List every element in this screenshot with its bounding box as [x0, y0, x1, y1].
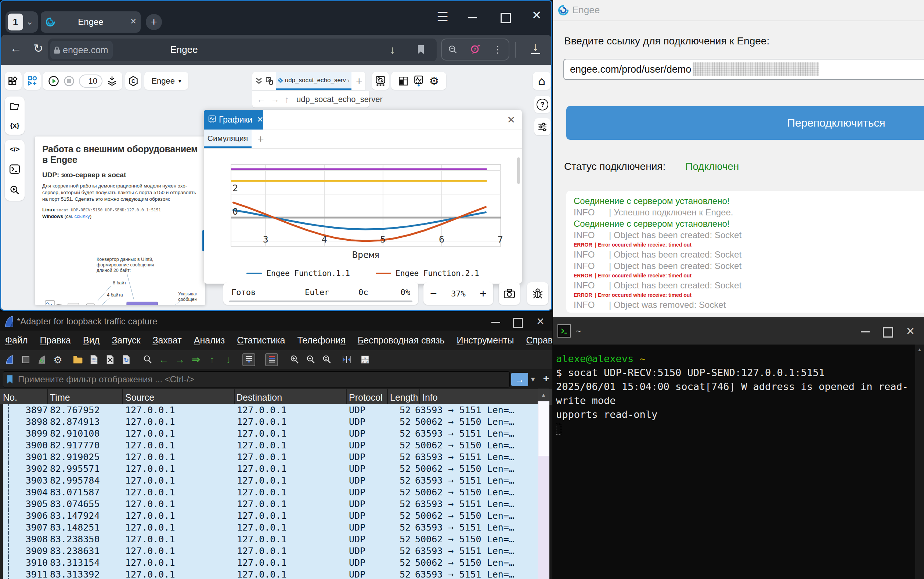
address-bar[interactable]: engee.com Engee ↓ — [48, 39, 437, 61]
column-header[interactable]: Destination — [236, 392, 282, 403]
open-file-icon[interactable] — [73, 355, 83, 365]
column-separator[interactable] — [419, 389, 420, 405]
column-header[interactable]: Info — [422, 392, 438, 403]
find-packet-icon[interactable] — [143, 355, 153, 365]
sim-time-input[interactable] — [79, 75, 102, 88]
column-separator[interactable] — [47, 389, 48, 405]
model-browser-icon[interactable] — [266, 77, 274, 85]
plots-tab-close-icon[interactable]: ✕ — [257, 115, 263, 124]
maximize-icon[interactable] — [883, 327, 893, 338]
url-chip[interactable]: engee.com — [50, 41, 113, 59]
scroll-up-icon[interactable]: ▲ — [915, 347, 924, 352]
scope-views-wrap[interactable] — [414, 75, 423, 87]
ai-assistant-icon[interactable]: ? ✦ — [470, 44, 480, 55]
settings-gear-icon[interactable]: ⚙ — [429, 75, 439, 87]
column-header[interactable]: No. — [3, 392, 17, 403]
debug-button[interactable] — [527, 282, 548, 305]
add-plot-tab-button[interactable]: + — [258, 133, 264, 145]
zoom-out-page-icon[interactable] — [448, 45, 458, 54]
block-library-button[interactable] — [5, 72, 22, 90]
display-filter-input[interactable]: Примените фильтр отображения ... <Ctrl-/… — [3, 371, 510, 388]
find-in-model-icon[interactable] — [10, 185, 20, 195]
windows-link[interactable]: ссылку — [75, 214, 90, 219]
maximize-icon[interactable] — [501, 13, 511, 23]
code-generation-button[interactable]: C — [125, 72, 141, 90]
solver-dropdown[interactable]: Engee ▾ — [144, 72, 189, 90]
resize-columns-icon[interactable] — [341, 355, 351, 365]
packet-row[interactable]: 389882.874913127.0.0.1127.0.0.1UDP525006… — [3, 416, 538, 427]
filter-dropdown-icon[interactable]: ▼ — [530, 376, 536, 383]
go-last-packet-icon[interactable]: ↓ — [223, 355, 233, 365]
connect-url-input[interactable]: engee.com/prod/user/demo — [563, 59, 924, 80]
plots-window-tab[interactable]: Графики ✕ — [204, 110, 263, 129]
start-capture-icon[interactable] — [4, 355, 14, 365]
browser-tab[interactable]: Engee × — [41, 11, 141, 33]
help-button[interactable]: ? — [534, 96, 550, 113]
auto-scroll-toggle-icon[interactable] — [242, 353, 255, 366]
close-icon[interactable]: × — [532, 6, 541, 24]
menu-item[interactable]: Захват — [153, 335, 181, 346]
menu-item[interactable]: Вид — [83, 335, 100, 346]
simulation-tab[interactable]: Симуляция — [204, 130, 251, 148]
packet-row[interactable]: 390282.995571127.0.0.1127.0.0.1UDP525006… — [3, 463, 538, 474]
run-icon[interactable] — [48, 75, 59, 87]
packet-list-scrollbar[interactable]: ▲ — [538, 389, 550, 579]
download-page-icon[interactable]: ↓ — [390, 44, 395, 56]
packet-list[interactable]: 389782.767952127.0.0.1127.0.0.1UDP526359… — [0, 404, 538, 579]
nav-back-icon[interactable]: ← — [257, 94, 266, 105]
restart-capture-icon[interactable]: ↻ — [37, 355, 47, 365]
packet-row[interactable]: 390783.148251127.0.0.1127.0.0.1UDP526359… — [3, 522, 538, 533]
zoom-reset-icon[interactable] — [322, 355, 332, 365]
kebab-menu-icon[interactable]: ⋮ — [493, 44, 502, 56]
plots-scrollbar[interactable] — [517, 157, 520, 184]
downloads-icon[interactable]: ↓ — [529, 41, 542, 54]
new-tab-button[interactable]: + — [146, 14, 162, 30]
scrollbar-thumb[interactable] — [538, 401, 549, 456]
zoom-out-icon[interactable] — [305, 355, 315, 365]
scroll-up-icon[interactable]: ▲ — [538, 389, 550, 401]
maximize-icon[interactable] — [513, 318, 523, 328]
menu-item[interactable]: Анализ — [194, 335, 225, 346]
reconnect-button[interactable]: Переподключиться — [566, 106, 924, 140]
model-tab[interactable]: udp_socat_echo_server * › — [276, 72, 351, 90]
columns-layout-icon[interactable]: 123 — [360, 355, 370, 365]
bookmark-icon[interactable] — [417, 44, 425, 55]
close-file-icon[interactable] — [105, 355, 115, 365]
back-icon[interactable]: ← — [10, 41, 22, 55]
minimize-icon[interactable] — [861, 331, 870, 332]
packet-row[interactable]: 391083.313154127.0.0.1127.0.0.1UDP525006… — [3, 557, 538, 568]
code-editor-icon[interactable]: </> — [10, 145, 20, 154]
menu-item[interactable]: Правка — [39, 335, 71, 346]
variables-icon[interactable]: {x} — [10, 121, 19, 129]
go-back-icon[interactable]: ← — [159, 355, 169, 365]
packet-row[interactable]: 390683.147924127.0.0.1127.0.0.1UDP525006… — [3, 510, 538, 522]
column-separator[interactable] — [234, 389, 235, 405]
menu-item[interactable]: Телефония — [297, 335, 345, 346]
packet-row[interactable]: 390883.238350127.0.0.1127.0.0.1UDP525006… — [3, 533, 538, 545]
packet-row[interactable]: 390583.074655127.0.0.1127.0.0.1UDP526359… — [3, 498, 538, 510]
stop-icon[interactable] — [64, 75, 75, 87]
display-settings-button[interactable] — [534, 118, 550, 136]
plots-window-close-icon[interactable]: ✕ — [507, 114, 515, 126]
column-separator[interactable] — [122, 389, 123, 405]
snapshot-button[interactable] — [499, 282, 520, 305]
menu-item[interactable]: Беспроводная связь — [358, 335, 445, 346]
home-button[interactable]: ⌂ — [533, 72, 550, 90]
chevron-right-icon[interactable]: › — [348, 76, 349, 84]
menu-item[interactable]: Файл — [5, 335, 28, 346]
column-header[interactable]: Source — [125, 392, 154, 403]
tab-close-icon[interactable]: × — [130, 16, 136, 27]
nav-forward-icon[interactable]: → — [271, 94, 279, 105]
column-separator[interactable] — [387, 389, 388, 405]
packet-row[interactable]: 391183.313392127.0.0.1127.0.0.1UDP526359… — [3, 568, 538, 579]
column-header[interactable]: Length — [390, 392, 418, 403]
add-blocks-button[interactable] — [24, 72, 41, 90]
zoom-in-button[interactable]: + — [479, 287, 487, 301]
stop-capture-icon[interactable] — [21, 355, 31, 365]
close-icon[interactable]: × — [906, 323, 914, 339]
zoom-in-icon[interactable] — [289, 355, 299, 365]
packet-row[interactable]: 390983.238631127.0.0.1127.0.0.1UDP526359… — [3, 545, 538, 557]
column-header[interactable]: Time — [50, 392, 70, 403]
menu-item[interactable]: Запуск — [112, 335, 140, 346]
capture-options-icon[interactable]: ⚙ — [53, 355, 63, 365]
